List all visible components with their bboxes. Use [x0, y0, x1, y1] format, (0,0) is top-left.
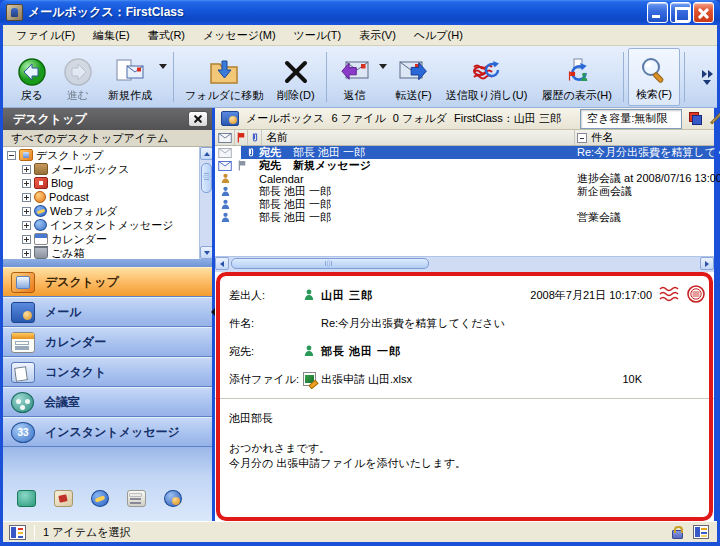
desktop-tree: デスクトップ メールボックス Blog Podcast — [3, 147, 212, 259]
tree-item-blog[interactable]: Blog — [7, 176, 198, 190]
directory-icon[interactable] — [54, 490, 73, 507]
reply-icon — [338, 55, 372, 89]
blog-icon — [34, 177, 48, 189]
mailbox-header: メールボックス 6 ファイル 0 フォルダ FirstClass：山田 三郎 空… — [215, 108, 714, 130]
nav-item-desktop[interactable]: デスクトップ — [3, 267, 212, 296]
tree-scrollbar[interactable] — [199, 147, 212, 259]
expand-icon[interactable] — [22, 179, 31, 188]
column-subject[interactable]: 件名 — [574, 130, 714, 145]
content-area: デスクトップ すべてのデスクトップアイテム デスクトップ メールボックス — [3, 108, 717, 521]
from-value[interactable]: 山田 三郎 — [321, 288, 373, 303]
forward-mail-icon — [397, 55, 431, 89]
reply-dropdown-icon[interactable] — [379, 64, 387, 69]
nav-item-conference[interactable]: 会議室 — [3, 387, 212, 416]
unsend-button[interactable]: 送信取り消し(U) — [439, 48, 535, 106]
expand-icon[interactable] — [22, 165, 31, 174]
menu-view[interactable]: 表示(V) — [350, 25, 405, 46]
toolbar-overflow-chevron-icon[interactable] — [699, 48, 715, 106]
toolbar-separator — [623, 52, 624, 102]
nav-item-mail[interactable]: メール — [3, 297, 212, 326]
menu-format[interactable]: 書式(R) — [139, 25, 194, 46]
nav-item-instant-message[interactable]: 33 インスタントメッセージ — [3, 417, 212, 446]
attachment-label: 添付ファイル: — [215, 372, 301, 387]
search-button[interactable]: 検索(F) — [628, 48, 680, 106]
expand-icon[interactable] — [22, 235, 31, 244]
community-icon[interactable] — [17, 490, 36, 507]
main-area: メールボックス 6 ファイル 0 フォルダ FirstClass：山田 三郎 空… — [215, 108, 714, 521]
tree-item-instant-message[interactable]: インスタントメッセージ — [7, 218, 198, 232]
annotation-highlight — [216, 272, 713, 521]
tree-item-desktop[interactable]: デスクトップ — [7, 148, 198, 162]
scroll-up-icon[interactable] — [200, 147, 212, 160]
calendar-icon — [11, 332, 35, 353]
layers-icon[interactable] — [689, 112, 702, 125]
subject-value: Re:今月分出張費を精算してください — [321, 316, 505, 331]
tree-item-trash[interactable]: ごみ箱 — [7, 246, 198, 259]
expand-icon[interactable] — [22, 249, 31, 258]
contacts-icon — [11, 362, 35, 383]
nav-item-calendar[interactable]: カレンダー — [3, 327, 212, 356]
news-icon[interactable] — [127, 490, 146, 507]
maximize-button[interactable] — [670, 2, 691, 23]
expand-icon[interactable] — [22, 221, 31, 230]
tree-item-webfolder[interactable]: Webフォルダ — [7, 204, 198, 218]
back-button[interactable]: 戻る — [9, 48, 55, 106]
scroll-left-icon[interactable] — [215, 257, 229, 270]
menu-message[interactable]: メッセージ(M) — [194, 25, 285, 46]
mail-row[interactable]: 宛先 部長 池田 一郎 Re:今月分出張費を精算してください — [215, 146, 714, 159]
expand-icon[interactable] — [22, 193, 31, 202]
mailbox-icon — [221, 111, 239, 126]
sidebar: デスクトップ すべてのデスクトップアイテム デスクトップ メールボックス — [3, 108, 215, 521]
menu-help[interactable]: ヘルプ(H) — [405, 25, 472, 46]
scroll-down-icon[interactable] — [200, 246, 212, 259]
flag-column-icon[interactable] — [235, 130, 248, 145]
reply-button[interactable]: 返信 — [331, 48, 379, 106]
new-message-dropdown-icon[interactable] — [159, 64, 167, 69]
attachment-field: 添付ファイル: 出張申請 山田.xlsx 10K — [215, 370, 714, 388]
to-value[interactable]: 部長 池田 一郎 — [321, 344, 401, 359]
envelope-column-icon[interactable] — [215, 130, 235, 145]
web-icon[interactable] — [91, 490, 109, 507]
mail-list: 宛先 部長 池田 一郎 Re:今月分出張費を精算してください 宛先 新規メッセー… — [215, 146, 714, 256]
menu-bar: ファイル(F) 編集(E) 書式(R) メッセージ(M) ツール(T) 表示(V… — [3, 25, 717, 46]
panel-toggle-icon[interactable] — [9, 525, 26, 540]
move-to-folder-button[interactable]: フォルダに移動 — [178, 48, 270, 106]
menu-edit[interactable]: 編集(E) — [84, 25, 139, 46]
menu-file[interactable]: ファイル(F) — [7, 25, 84, 46]
panel-close-button[interactable] — [188, 111, 208, 127]
window-title: メールボックス：FirstClass — [28, 4, 645, 21]
nav-item-contacts[interactable]: コンタクト — [3, 357, 212, 386]
edit-icon[interactable] — [710, 112, 720, 124]
forward-button[interactable]: 進む — [55, 48, 101, 106]
folder-count: 0 フォルダ — [393, 111, 447, 126]
attachment-name[interactable]: 出張申請 山田.xlsx — [321, 372, 412, 387]
panel-collapse-icon[interactable] — [211, 308, 215, 316]
scroll-right-icon[interactable] — [700, 257, 714, 270]
to-label: 宛先: — [215, 344, 301, 359]
postmark-stamp-icon — [658, 284, 706, 306]
tree-item-mailbox[interactable]: メールボックス — [7, 162, 198, 176]
tree-item-podcast[interactable]: Podcast — [7, 190, 198, 204]
forward-message-button[interactable]: 転送(F) — [389, 48, 439, 106]
close-button[interactable] — [693, 2, 714, 23]
mail-row[interactable]: 部長 池田 一郎 営業会議 — [215, 211, 714, 224]
expand-icon[interactable] — [22, 207, 31, 216]
minimize-button[interactable] — [647, 2, 668, 23]
collapse-icon[interactable] — [7, 151, 16, 160]
column-name[interactable]: 名前 — [262, 130, 288, 145]
new-message-button[interactable]: 新規作成 — [101, 48, 159, 106]
menu-tools[interactable]: ツール(T) — [285, 25, 351, 46]
internet-icon[interactable] — [164, 490, 182, 507]
person-icon — [217, 199, 233, 210]
tree-item-calendar[interactable]: カレンダー — [7, 232, 198, 246]
list-horizontal-scrollbar[interactable] — [215, 256, 714, 270]
scrollbar-thumb[interactable] — [231, 258, 429, 269]
attachment-column-icon[interactable] — [248, 130, 262, 145]
body-line — [229, 426, 714, 441]
collapse-column-icon[interactable] — [577, 133, 587, 143]
scrollbar-thumb[interactable] — [201, 163, 212, 193]
view-mode-icon[interactable] — [693, 525, 709, 539]
delete-button[interactable]: 削除(D) — [270, 48, 321, 106]
history-button[interactable]: 履歴の表示(H) — [534, 48, 619, 106]
capacity-indicator: 空き容量:無制限 — [580, 109, 682, 129]
